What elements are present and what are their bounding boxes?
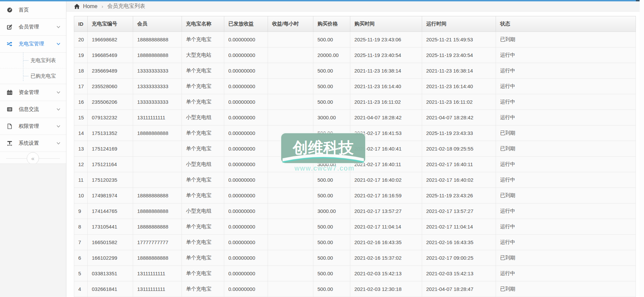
table-cell: 2021-02-17 16:40:41	[350, 141, 422, 157]
sidebar-item-label: 资金管理	[19, 89, 56, 96]
table-cell: 20000.00	[313, 47, 350, 63]
sidebar-item-5[interactable]: 权限管理	[0, 118, 66, 135]
table-cell: 2021-02-17 13:57:27	[422, 203, 496, 219]
table-row: 403266184113111111111单个充电宝0.00000000500.…	[74, 281, 636, 297]
scrollbar[interactable]	[640, 0, 644, 297]
table-row: 917414476518888888888小型充电组0.000000003000…	[74, 203, 636, 219]
table-cell: 已到期	[496, 281, 636, 297]
home-icon	[74, 3, 80, 9]
sidebar-submenu: 充电宝列表已购充电宝	[0, 52, 66, 84]
sidebar-item-1[interactable]: 会员管理	[0, 18, 66, 35]
table-cell: 166102299	[88, 250, 133, 266]
sidebar-subitem-label: 充电宝列表	[30, 57, 56, 64]
table-cell: 2021-04-07 18:28:42	[350, 110, 422, 125]
table-cell: 11	[74, 172, 88, 188]
sidebar-item-6[interactable]: 系统设置	[0, 135, 66, 152]
table-cell	[268, 172, 313, 188]
table-cell: 19	[74, 47, 88, 63]
table-cell: 175120235	[88, 172, 133, 188]
table-cell: 2021-02-17 16:40:02	[350, 172, 422, 188]
table-cell: 032661841	[88, 281, 133, 297]
sidebar-subitem-label: 已购充电宝	[30, 73, 56, 79]
sidebar-item-3[interactable]: 资金管理	[0, 84, 66, 101]
table-cell: 2021-11-23 16:38:14	[422, 63, 496, 79]
table-row: 13175124169单个充电宝0.00000000500.002021-02-…	[74, 141, 636, 157]
table-cell	[268, 79, 313, 94]
sidebar-item-label: 系统设置	[19, 140, 56, 146]
table-cell: 2025-11-19 23:43:06	[350, 32, 422, 47]
table-row: 1623550620613333333333单个充电宝0.00000000500…	[74, 94, 636, 110]
table-cell: 196685469	[88, 47, 133, 63]
table-cell: 运行中	[496, 110, 636, 125]
table-cell	[268, 250, 313, 266]
table-cell: 2021-02-17 16:40:11	[422, 157, 496, 172]
sidebar-item-label: 信息交流	[19, 106, 56, 113]
table-cell: 0.00000000	[224, 219, 268, 235]
table-cell: 运行中	[496, 219, 636, 235]
table-cell: 2025-11-19 23:43:33	[422, 125, 496, 141]
table-cell: 18888888888	[133, 188, 182, 203]
table-cell: 单个充电宝	[182, 250, 224, 266]
table-cell: 运行中	[496, 203, 636, 219]
table-cell: 0.00000000	[224, 94, 268, 110]
table-cell: 0.00000000	[224, 250, 268, 266]
table-cell: 运行中	[496, 266, 636, 281]
file-icon	[7, 123, 14, 130]
table-cell: 0.00000000	[224, 110, 268, 125]
table-cell: 500.00	[313, 63, 350, 79]
sidebar-subitem-0[interactable]: 充电宝列表	[0, 53, 66, 68]
table-cell: 2021-02-03 15:42:13	[422, 266, 496, 281]
table-cell: 3000.00	[313, 203, 350, 219]
sidebar-collapse-button[interactable]: «	[27, 152, 39, 164]
table-cell: 033813351	[88, 266, 133, 281]
sidebar-footer	[0, 163, 66, 297]
sidebar-item-2[interactable]: 充电宝管理	[0, 35, 66, 52]
table-cell: 0.00000000	[224, 281, 268, 297]
table-cell: 175131352	[88, 125, 133, 141]
table-cell: 500.00	[313, 281, 350, 297]
table-cell: 2021-11-23 16:38:14	[350, 63, 422, 79]
table-cell: 运行中	[496, 47, 636, 63]
table-cell: 18888888888	[133, 125, 182, 141]
table-cell	[268, 281, 313, 297]
chevron-down-icon	[56, 107, 61, 112]
table-row: 11175120235单个充电宝0.00000000500.002021-02-…	[74, 172, 636, 188]
table-cell	[268, 63, 313, 79]
sidebar-subitem-1[interactable]: 已购充电宝	[0, 68, 66, 84]
table-cell: 0.00000000	[224, 79, 268, 94]
column-header-6: 购买价格	[313, 16, 350, 32]
chevron-down-icon	[56, 124, 61, 128]
table-cell	[268, 47, 313, 63]
table-cell: 小型充电组	[182, 157, 224, 172]
table-cell: 单个充电宝	[182, 266, 224, 281]
table-cell: 500.00	[313, 250, 350, 266]
table-cell: 2021-11-23 16:14:40	[350, 79, 422, 94]
table-cell: 235506206	[88, 94, 133, 110]
table-cell: 2021-02-18 09:25:55	[422, 141, 496, 157]
table-cell: 8	[74, 219, 88, 235]
column-header-8: 运行时间	[422, 16, 496, 32]
table-cell: 单个充电宝	[182, 125, 224, 141]
table-cell	[133, 157, 182, 172]
table-cell: 单个充电宝	[182, 94, 224, 110]
column-header-4: 已发放收益	[224, 16, 268, 32]
table-cell: 18	[74, 63, 88, 79]
table-cell: 2021-02-17 16:16:59	[350, 188, 422, 203]
table-row: 616610229918888888888单个充电宝0.00000000500.…	[74, 250, 636, 266]
sidebar-item-label: 会员管理	[19, 24, 56, 30]
column-header-7: 购买时间	[350, 16, 422, 32]
table-cell: 2025-11-19 23:40:54	[350, 47, 422, 63]
table-cell: 单个充电宝	[182, 281, 224, 297]
table-cell: 运行中	[496, 157, 636, 172]
table-cell: 单个充电宝	[182, 79, 224, 94]
table-cell: 已到期	[496, 188, 636, 203]
table-cell: 运行中	[496, 94, 636, 110]
table-cell	[268, 94, 313, 110]
table-cell	[133, 141, 182, 157]
sidebar-item-4[interactable]: 信息交流	[0, 101, 66, 118]
column-header-3: 充电宝名称	[182, 16, 224, 32]
table-cell	[268, 203, 313, 219]
breadcrumb-home-link[interactable]: Home	[83, 3, 98, 9]
sidebar-item-0[interactable]: 首页	[0, 1, 66, 18]
table-cell: 3000.00	[313, 157, 350, 172]
